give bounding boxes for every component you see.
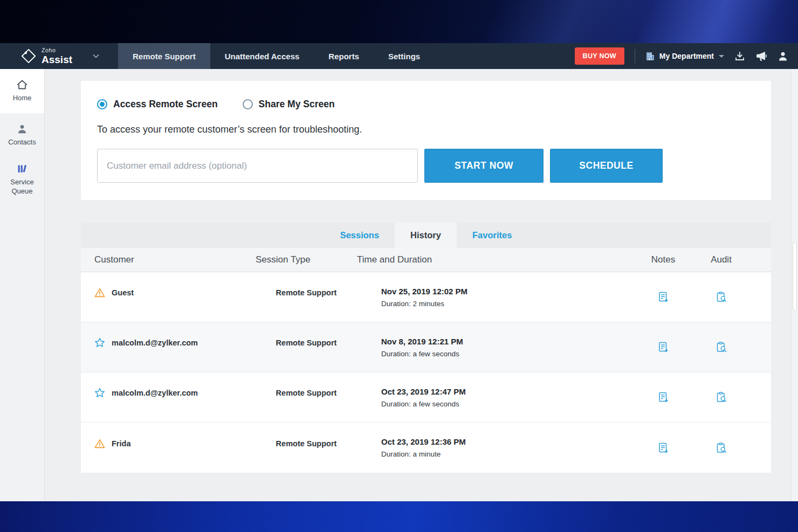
session-time: Nov 8, 2019 12:21 PM <box>381 337 636 346</box>
session-time: Oct 23, 2019 12:47 PM <box>381 387 636 396</box>
radio-unselected-icon <box>243 99 253 109</box>
warning-icon <box>94 439 105 448</box>
tab-sessions[interactable]: Sessions <box>325 223 395 248</box>
chevron-down-icon[interactable] <box>93 54 99 58</box>
audit-view-icon[interactable] <box>690 291 752 303</box>
panel-description: To access your remote customer’s screen … <box>97 124 755 135</box>
building-icon <box>645 52 655 61</box>
start-now-button[interactable]: START NOW <box>424 149 544 183</box>
navbar-right: BUY NOW My Department <box>575 43 798 69</box>
audit-view-icon[interactable] <box>690 442 752 454</box>
time-cell: Nov 25, 2019 12:02 PM Duration: 2 minute… <box>357 287 636 308</box>
announcement-icon[interactable] <box>755 51 767 61</box>
schedule-button[interactable]: SCHEDULE <box>550 149 663 183</box>
radio-share-my-screen[interactable]: Share My Screen <box>243 99 335 110</box>
app-window: Zoho Assist Remote Support Unattended Ac… <box>0 43 798 501</box>
header-customer: Customer <box>94 254 256 265</box>
session-type: Remote Support <box>256 389 357 397</box>
header-notes: Notes <box>636 254 690 265</box>
session-type: Remote Support <box>256 439 357 448</box>
radio-access-remote-screen[interactable]: Access Remote Screen <box>97 99 218 110</box>
customer-name: Frida <box>112 439 130 448</box>
main-nav: Remote Support Unattended Access Reports… <box>118 43 435 69</box>
table-row: malcolm.d@zylker.com Remote Support Nov … <box>81 322 771 372</box>
tab-history[interactable]: History <box>395 223 457 248</box>
left-sidebar: Home Contacts Service Queue <box>0 69 45 501</box>
nav-unattended-access[interactable]: Unattended Access <box>210 43 314 69</box>
notes-add-icon[interactable] <box>636 442 690 454</box>
main-content: Access Remote Screen Share My Screen To … <box>45 69 798 501</box>
sidebar-item-label: Home <box>13 94 32 103</box>
buy-now-button[interactable]: BUY NOW <box>575 47 624 65</box>
download-icon[interactable] <box>734 51 745 61</box>
time-cell: Nov 8, 2019 12:21 PM Duration: a few sec… <box>357 337 636 358</box>
sidebar-item-label: Contacts <box>8 138 36 147</box>
desktop-background-bottom <box>0 501 798 532</box>
sidebar-item-contacts[interactable]: Contacts <box>0 113 44 157</box>
nav-remote-support[interactable]: Remote Support <box>118 43 210 69</box>
sidebar-item-service-queue[interactable]: Service Queue <box>0 157 44 202</box>
customer-name: malcolm.d@zylker.com <box>112 338 198 347</box>
favorite-star-icon[interactable] <box>94 388 105 398</box>
radio-selected-icon <box>97 99 107 109</box>
department-caret-icon <box>719 55 724 58</box>
history-table: Customer Session Type Time and Duration … <box>81 248 771 473</box>
service-queue-icon <box>17 163 28 174</box>
brand-zoho: Zoho <box>42 47 72 53</box>
app-body: Home Contacts Service Queue <box>0 69 798 501</box>
time-cell: Oct 23, 2019 12:47 PM Duration: a few se… <box>357 387 636 408</box>
desktop-background-top <box>0 0 798 43</box>
notes-add-icon[interactable] <box>636 341 690 353</box>
table-row: malcolm.d@zylker.com Remote Support Oct … <box>81 372 771 423</box>
session-type: Remote Support <box>256 288 357 297</box>
top-navbar: Zoho Assist Remote Support Unattended Ac… <box>0 43 798 69</box>
session-time: Nov 25, 2019 12:02 PM <box>381 287 636 296</box>
session-duration: Duration: a few seconds <box>381 400 636 408</box>
session-type: Remote Support <box>256 338 357 347</box>
zoho-assist-logo-icon <box>20 48 37 64</box>
user-icon[interactable] <box>778 51 788 61</box>
radio-label: Access Remote Screen <box>113 99 218 110</box>
customer-name: Guest <box>112 288 134 297</box>
table-row: Frida Remote Support Oct 23, 2019 12:36 … <box>81 423 771 473</box>
header-time-duration: Time and Duration <box>357 254 636 265</box>
notes-add-icon[interactable] <box>636 291 690 303</box>
remote-access-panel: Access Remote Screen Share My Screen To … <box>81 81 771 200</box>
department-selector[interactable]: My Department <box>645 52 724 61</box>
home-icon <box>16 79 28 90</box>
sessions-section: Sessions History Favorites Customer Sess… <box>81 223 771 473</box>
nav-settings[interactable]: Settings <box>374 43 435 69</box>
navbar-divider <box>635 49 635 63</box>
sidebar-item-home[interactable]: Home <box>0 69 44 113</box>
customer-cell: Frida <box>94 439 256 448</box>
session-start-form: START NOW SCHEDULE <box>97 149 755 183</box>
screen-mode-radios: Access Remote Screen Share My Screen <box>97 99 755 110</box>
tab-favorites[interactable]: Favorites <box>457 223 527 248</box>
customer-name: malcolm.d@zylker.com <box>112 389 198 397</box>
vertical-scrollbar[interactable] <box>791 69 798 501</box>
warning-icon <box>94 288 105 298</box>
table-row: Guest Remote Support Nov 25, 2019 12:02 … <box>81 272 771 322</box>
brand-product: Assist <box>42 54 72 65</box>
scrollbar-thumb[interactable] <box>793 242 797 311</box>
favorite-star-icon[interactable] <box>94 337 105 348</box>
radio-label: Share My Screen <box>259 99 335 110</box>
header-session-type: Session Type <box>256 254 357 265</box>
brand[interactable]: Zoho Assist <box>0 43 118 69</box>
nav-reports[interactable]: Reports <box>314 43 374 69</box>
audit-view-icon[interactable] <box>690 391 752 403</box>
time-cell: Oct 23, 2019 12:36 PM Duration: a minute <box>357 437 636 458</box>
notes-add-icon[interactable] <box>636 391 690 403</box>
session-duration: Duration: a few seconds <box>381 350 636 358</box>
department-label: My Department <box>659 52 714 60</box>
customer-cell: malcolm.d@zylker.com <box>94 337 256 348</box>
table-header-row: Customer Session Type Time and Duration … <box>81 248 771 272</box>
brand-text: Zoho Assist <box>42 47 72 65</box>
contacts-icon <box>17 123 27 134</box>
session-duration: Duration: a minute <box>381 450 636 458</box>
customer-cell: Guest <box>94 288 256 298</box>
header-audit: Audit <box>690 254 752 265</box>
audit-view-icon[interactable] <box>690 341 752 353</box>
customer-email-input[interactable] <box>97 149 418 183</box>
sidebar-item-label: Service Queue <box>3 178 42 196</box>
